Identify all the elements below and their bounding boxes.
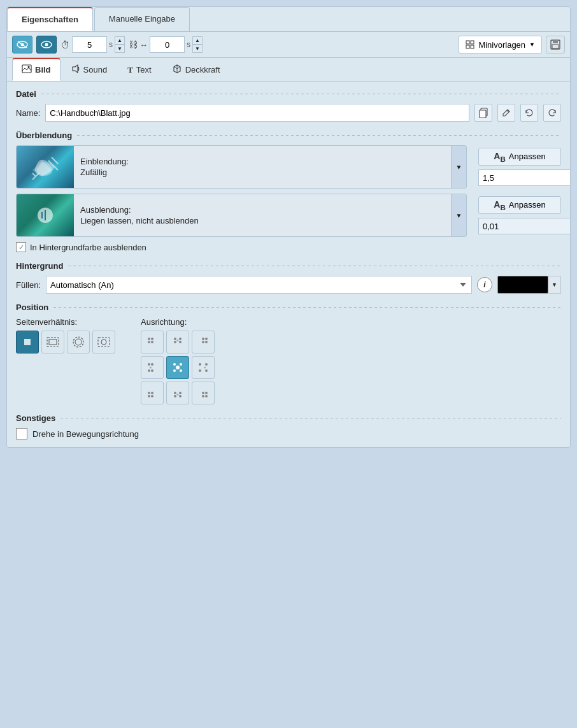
rotate-left-button[interactable]: [520, 104, 538, 122]
tab-deckkraft[interactable]: Deckkraft: [162, 58, 230, 81]
svg-point-59: [174, 392, 176, 394]
einblendung-arrow[interactable]: ▼: [451, 146, 466, 188]
align-top-left[interactable]: [141, 331, 164, 353]
align-middle-center[interactable]: [166, 356, 189, 379]
einblendung-value: Zufällig: [80, 168, 445, 177]
tab-text[interactable]: T Text: [118, 58, 161, 81]
sv-icon-2[interactable]: [41, 331, 64, 353]
align-middle-left[interactable]: [141, 356, 164, 379]
position-controls: Seitenverhältnis:: [16, 317, 561, 404]
minivorlagen-arrow: ▼: [529, 41, 535, 48]
einblendung-time-input[interactable]: [478, 169, 571, 186]
arrow-left-right-icon: ↔: [139, 40, 148, 50]
ueberblendung-section: Überblendung Einblendung:: [16, 131, 561, 252]
ausblendung-label: Ausblendung:: [80, 205, 445, 215]
svg-rect-23: [73, 337, 83, 347]
sv-icon-4[interactable]: [92, 331, 115, 353]
ausblendung-anpassen-label: Anpassen: [509, 200, 546, 210]
duration-spinner[interactable]: ▲ ▼: [115, 36, 125, 53]
color-dropdown-button[interactable]: ▼: [548, 276, 561, 294]
svg-point-55: [148, 392, 150, 394]
hintergrundfarbe-row: ✓ In Hintergrundfarbe ausblenden: [16, 242, 561, 252]
visibility2-button[interactable]: [36, 36, 57, 54]
save-button[interactable]: [546, 36, 565, 54]
offset-unit: s: [187, 40, 190, 49]
duration-unit: s: [109, 40, 113, 49]
einblendung-info: Einblendung: Zufällig: [74, 157, 451, 177]
sv-icon-1[interactable]: [16, 331, 39, 353]
duration-up[interactable]: ▲: [115, 36, 125, 45]
svg-point-49: [176, 366, 180, 369]
offset-input[interactable]: [150, 36, 185, 53]
einblendung-anpassen-button[interactable]: AB Anpassen: [478, 148, 561, 166]
name-input[interactable]: [45, 104, 469, 122]
copy-icon: [479, 108, 488, 118]
svg-point-29: [148, 341, 150, 343]
svg-point-48: [180, 369, 182, 372]
drehe-row: Drehe in Bewegungsrichtung: [16, 428, 561, 439]
svg-rect-25: [98, 338, 110, 346]
align-bottom-center[interactable]: [166, 382, 189, 404]
ausblendung-anpassen-button[interactable]: AB Anpassen: [478, 196, 561, 215]
rotate-right-button[interactable]: [543, 104, 561, 122]
rotate-right-icon: [548, 108, 557, 117]
einblendung-time-row: s ▲ ▼: [478, 169, 561, 186]
minivorlagen-button[interactable]: Minivorlagen ▼: [459, 36, 542, 54]
svg-point-62: [179, 395, 182, 397]
align-bottom-right[interactable]: [192, 382, 215, 404]
align-top-center[interactable]: [166, 331, 189, 353]
seitenverhaeltnis-group: Seitenverhältnis:: [16, 317, 115, 404]
fuellen-select[interactable]: Automatisch (An) Strecken Kacheln Zentri…: [46, 276, 472, 294]
duration-input[interactable]: [72, 36, 107, 53]
svg-point-34: [179, 341, 182, 343]
offset-down[interactable]: ▼: [192, 45, 203, 53]
ausblendung-arrow[interactable]: ▼: [451, 194, 466, 236]
svg-point-51: [205, 363, 208, 366]
einblendung-dropdown[interactable]: Einblendung: Zufällig ▼: [16, 145, 467, 189]
svg-point-56: [151, 392, 153, 394]
sv-icon-3[interactable]: [67, 331, 90, 353]
tab-sound[interactable]: Sound: [62, 58, 117, 81]
align-middle-right[interactable]: [192, 356, 215, 379]
sonstiges-section: Sonstiges Drehe in Bewegungsrichtung: [16, 413, 561, 439]
name-row: Name:: [16, 104, 561, 122]
duration-down[interactable]: ▼: [115, 45, 125, 53]
offset-spinner[interactable]: ▲ ▼: [192, 36, 203, 53]
content-area: Datei Name:: [7, 82, 570, 447]
ausblendung-thumb: [17, 194, 74, 237]
svg-point-63: [177, 394, 179, 396]
svg-point-50: [199, 363, 201, 366]
drehe-checkbox[interactable]: [16, 428, 27, 439]
ausblendung-controls: AB Anpassen s ▲ ▼: [472, 196, 561, 235]
ausblendung-dropdown[interactable]: Ausblendung: Liegen lassen, nicht ausble…: [16, 194, 467, 237]
tab-manuelle-eingabe[interactable]: Manuelle Eingabe: [94, 7, 190, 31]
offset-up[interactable]: ▲: [192, 36, 203, 45]
color-button[interactable]: [497, 276, 548, 294]
hintergrundfarbe-checkbox[interactable]: ✓: [16, 242, 26, 252]
tab-eigenschaften[interactable]: Eigenschaften: [7, 7, 93, 31]
einblendung-row: Einblendung: Zufällig ▼ AB Anpassen s ▲: [16, 145, 561, 189]
tab-bild[interactable]: Bild: [12, 58, 61, 81]
edit-button[interactable]: [497, 104, 515, 122]
svg-point-44: [150, 367, 152, 369]
svg-point-43: [151, 369, 153, 372]
svg-point-41: [151, 363, 153, 366]
minivorlagen-label: Minivorlagen: [478, 40, 525, 50]
svg-point-60: [179, 392, 182, 394]
copy-path-button[interactable]: [474, 104, 492, 122]
save-icon: [550, 39, 561, 50]
svg-point-39: [205, 341, 208, 343]
align-top-right[interactable]: [192, 331, 215, 353]
ausrichtung-group: Ausrichtung:: [141, 317, 215, 404]
svg-point-31: [174, 338, 176, 340]
svg-rect-10: [553, 40, 558, 43]
datei-title: Datei: [16, 89, 561, 99]
tab-text-label: Text: [136, 65, 152, 75]
align-bottom-left[interactable]: [141, 382, 164, 404]
datei-section: Datei Name:: [16, 89, 561, 122]
ausblendung-time-input[interactable]: [478, 218, 571, 234]
visibility1-button[interactable]: [12, 36, 32, 54]
text-icon: T: [127, 65, 133, 75]
offset-group: ⛓ ↔ s ▲ ▼: [129, 36, 203, 53]
info-button[interactable]: i: [477, 277, 492, 292]
